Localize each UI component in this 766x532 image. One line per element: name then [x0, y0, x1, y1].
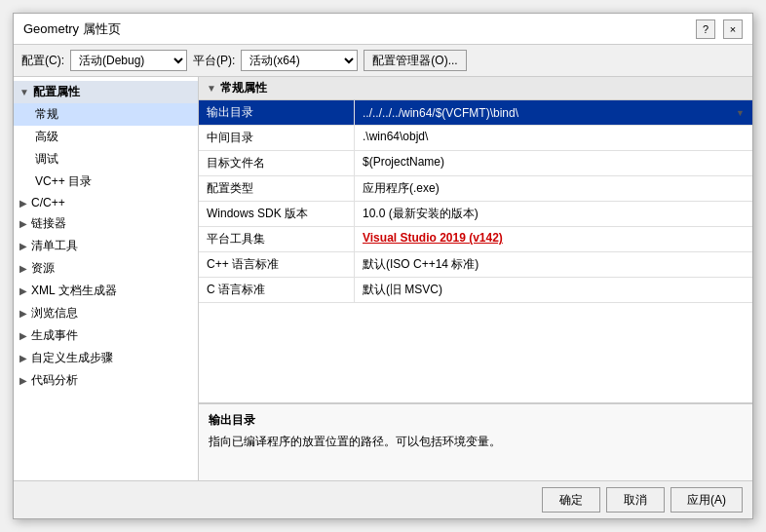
browse-label: 浏览信息 — [31, 305, 78, 322]
output-dir-dropdown-arrow[interactable]: ▼ — [736, 108, 745, 118]
prop-name-sdk-version: Windows SDK 版本 — [199, 202, 355, 226]
prop-name-cpp-std: C++ 语言标准 — [199, 252, 355, 277]
cpp-arrow: ▶ — [19, 198, 27, 209]
linker-arrow: ▶ — [19, 218, 27, 229]
sidebar-item-custom-build[interactable]: ▶ 自定义生成步骤 — [14, 347, 198, 369]
prop-name-config-type: 配置类型 — [199, 176, 355, 201]
prop-row-target-name[interactable]: 目标文件名 $(ProjectName) — [199, 151, 752, 176]
code-analysis-arrow: ▶ — [19, 375, 27, 386]
toolbar: 配置(C): 活动(Debug) 平台(P): 活动(x64) 配置管理器(O)… — [14, 45, 752, 77]
properties-panel: ▼ 常规属性 输出目录 ../../../../win64/$(VCFMT)\b… — [199, 77, 752, 402]
right-panel: ▼ 常规属性 输出目录 ../../../../win64/$(VCFMT)\b… — [199, 77, 752, 480]
manifest-arrow: ▶ — [19, 241, 27, 251]
prop-row-output-dir[interactable]: 输出目录 ../../../../win64/$(VCFMT)\bind\ ▼ — [199, 100, 752, 126]
xml-doc-label: XML 文档生成器 — [31, 283, 117, 299]
desc-title: 输出目录 — [209, 412, 743, 429]
resource-arrow: ▶ — [19, 263, 27, 274]
sidebar-item-advanced[interactable]: 高级 — [14, 126, 198, 148]
cancel-button[interactable]: 取消 — [606, 487, 665, 513]
description-panel: 输出目录 指向已编译程序的放置位置的路径。可以包括环境变量。 — [199, 402, 752, 480]
prop-row-config-type[interactable]: 配置类型 应用程序(.exe) — [199, 176, 752, 202]
sidebar-item-vc-dirs[interactable]: VC++ 目录 — [14, 171, 198, 193]
prop-row-sdk-version[interactable]: Windows SDK 版本 10.0 (最新安装的版本) — [199, 202, 752, 227]
config-select[interactable]: 活动(Debug) — [70, 50, 187, 71]
sidebar-item-browse[interactable]: ▶ 浏览信息 — [14, 302, 198, 324]
config-properties-header[interactable]: ▼ 配置属性 — [14, 81, 198, 103]
platform-label: 平台(P): — [193, 53, 235, 69]
sidebar-item-linker[interactable]: ▶ 链接器 — [14, 212, 198, 235]
prop-value-c-std: 默认(旧 MSVC) — [355, 278, 752, 302]
config-label: 配置(C): — [21, 53, 64, 69]
prop-row-int-dir[interactable]: 中间目录 .\win64\objd\ — [199, 126, 752, 151]
dialog-title: Geometry 属性页 — [23, 20, 121, 38]
config-manager-button[interactable]: 配置管理器(O)... — [364, 50, 466, 71]
custom-build-arrow: ▶ — [19, 353, 27, 363]
sidebar-item-resource[interactable]: ▶ 资源 — [14, 257, 198, 280]
close-button[interactable]: × — [723, 19, 743, 39]
ok-button[interactable]: 确定 — [542, 487, 600, 513]
build-events-arrow: ▶ — [19, 330, 27, 341]
prop-value-toolset: Visual Studio 2019 (v142) — [355, 227, 752, 251]
section-arrow: ▼ — [207, 83, 216, 94]
sidebar-item-manifest[interactable]: ▶ 清单工具 — [14, 235, 198, 257]
code-analysis-label: 代码分析 — [31, 372, 78, 389]
sidebar-item-build-events[interactable]: ▶ 生成事件 — [14, 324, 198, 347]
help-button[interactable]: ? — [696, 19, 715, 39]
prop-name-c-std: C 语言标准 — [199, 278, 355, 302]
prop-value-cpp-std: 默认(ISO C++14 标准) — [355, 252, 752, 277]
cpp-label: C/C++ — [31, 196, 65, 209]
desc-text: 指向已编译程序的放置位置的路径。可以包括环境变量。 — [209, 433, 743, 450]
prop-name-target-name: 目标文件名 — [199, 151, 355, 175]
manifest-label: 清单工具 — [31, 238, 78, 254]
prop-row-toolset[interactable]: 平台工具集 Visual Studio 2019 (v142) — [199, 227, 752, 252]
title-bar: Geometry 属性页 ? × — [14, 14, 752, 45]
title-controls: ? × — [696, 19, 743, 39]
prop-value-config-type: 应用程序(.exe) — [355, 176, 752, 201]
browse-arrow: ▶ — [19, 308, 27, 319]
sidebar-item-code-analysis[interactable]: ▶ 代码分析 — [14, 369, 198, 392]
main-content: ▼ 配置属性 常规 高级 调试 VC++ 目录 ▶ C/C++ ▶ 链接器 ▶ … — [14, 77, 752, 480]
linker-label: 链接器 — [31, 215, 66, 232]
dialog-window: Geometry 属性页 ? × 配置(C): 活动(Debug) 平台(P):… — [13, 13, 753, 519]
prop-value-sdk-version: 10.0 (最新安装的版本) — [355, 202, 752, 226]
prop-row-cpp-std[interactable]: C++ 语言标准 默认(ISO C++14 标准) — [199, 252, 752, 278]
build-events-label: 生成事件 — [31, 327, 78, 344]
prop-value-output-dir: ../../../../win64/$(VCFMT)\bind\ ▼ — [355, 100, 752, 125]
sidebar-item-xml-doc[interactable]: ▶ XML 文档生成器 — [14, 280, 198, 302]
platform-select[interactable]: 活动(x64) — [241, 50, 358, 71]
sidebar-item-debug[interactable]: 调试 — [14, 148, 198, 171]
resource-label: 资源 — [31, 260, 55, 277]
section-label: 常规属性 — [220, 80, 267, 96]
sidebar-item-general[interactable]: 常规 — [14, 103, 198, 126]
footer: 确定 取消 应用(A) — [14, 480, 752, 518]
sidebar-item-cpp[interactable]: ▶ C/C++ — [14, 193, 198, 212]
prop-name-int-dir: 中间目录 — [199, 126, 355, 150]
config-properties-arrow: ▼ — [19, 87, 29, 97]
custom-build-label: 自定义生成步骤 — [31, 350, 113, 366]
prop-row-c-std[interactable]: C 语言标准 默认(旧 MSVC) — [199, 278, 752, 303]
prop-name-toolset: 平台工具集 — [199, 227, 355, 251]
apply-button[interactable]: 应用(A) — [670, 487, 743, 513]
left-panel: ▼ 配置属性 常规 高级 调试 VC++ 目录 ▶ C/C++ ▶ 链接器 ▶ … — [14, 77, 199, 480]
prop-value-int-dir: .\win64\objd\ — [355, 126, 752, 150]
prop-name-output-dir: 输出目录 — [199, 100, 355, 125]
config-properties-label: 配置属性 — [33, 84, 80, 100]
section-header[interactable]: ▼ 常规属性 — [199, 77, 752, 100]
xml-doc-arrow: ▶ — [19, 285, 27, 296]
prop-value-target-name: $(ProjectName) — [355, 151, 752, 175]
